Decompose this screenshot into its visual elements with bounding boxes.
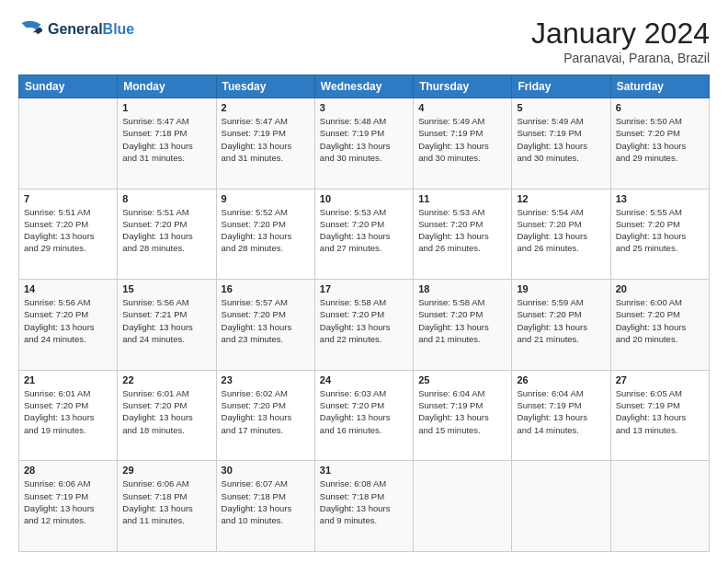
day-number: 28 — [24, 465, 112, 476]
table-row — [414, 461, 512, 552]
day-number: 29 — [122, 465, 210, 476]
week-row-5: 28Sunrise: 6:06 AM Sunset: 7:19 PM Dayli… — [19, 461, 710, 552]
day-info: Sunrise: 5:50 AM Sunset: 7:20 PM Dayligh… — [616, 115, 704, 164]
day-info: Sunrise: 5:48 AM Sunset: 7:19 PM Dayligh… — [320, 115, 408, 164]
table-row — [610, 461, 709, 552]
table-row: 26Sunrise: 6:04 AM Sunset: 7:19 PM Dayli… — [512, 370, 610, 461]
table-row: 11Sunrise: 5:53 AM Sunset: 7:20 PM Dayli… — [414, 189, 512, 280]
day-number: 25 — [418, 374, 506, 385]
day-number: 14 — [24, 283, 112, 294]
day-number: 26 — [517, 374, 605, 385]
day-number: 12 — [517, 193, 605, 204]
table-row: 25Sunrise: 6:04 AM Sunset: 7:19 PM Dayli… — [414, 370, 512, 461]
day-number: 11 — [418, 193, 506, 204]
day-info: Sunrise: 5:58 AM Sunset: 7:20 PM Dayligh… — [418, 296, 506, 345]
day-info: Sunrise: 5:57 AM Sunset: 7:20 PM Dayligh… — [222, 296, 310, 345]
day-info: Sunrise: 6:06 AM Sunset: 7:19 PM Dayligh… — [24, 477, 112, 526]
day-number: 19 — [517, 283, 605, 294]
table-row: 21Sunrise: 6:01 AM Sunset: 7:20 PM Dayli… — [19, 370, 118, 461]
day-info: Sunrise: 5:58 AM Sunset: 7:20 PM Dayligh… — [320, 296, 408, 345]
table-row: 28Sunrise: 6:06 AM Sunset: 7:19 PM Dayli… — [19, 461, 118, 552]
logo-text: GeneralBlue — [48, 21, 134, 38]
day-number: 23 — [222, 374, 310, 385]
calendar-table: SundayMondayTuesdayWednesdayThursdayFrid… — [18, 75, 710, 552]
day-info: Sunrise: 6:03 AM Sunset: 7:20 PM Dayligh… — [320, 387, 408, 436]
day-info: Sunrise: 6:01 AM Sunset: 7:20 PM Dayligh… — [24, 387, 112, 436]
table-row: 14Sunrise: 5:56 AM Sunset: 7:20 PM Dayli… — [19, 280, 118, 371]
day-number: 10 — [320, 193, 408, 204]
day-info: Sunrise: 5:47 AM Sunset: 7:18 PM Dayligh… — [122, 115, 210, 164]
table-row — [512, 461, 610, 552]
day-number: 1 — [122, 102, 210, 113]
day-info: Sunrise: 5:51 AM Sunset: 7:20 PM Dayligh… — [24, 206, 112, 255]
table-row: 9Sunrise: 5:52 AM Sunset: 7:20 PM Daylig… — [216, 189, 314, 280]
day-info: Sunrise: 6:07 AM Sunset: 7:18 PM Dayligh… — [222, 477, 310, 526]
day-number: 6 — [616, 102, 704, 113]
table-row: 3Sunrise: 5:48 AM Sunset: 7:19 PM Daylig… — [314, 98, 413, 190]
day-number: 20 — [616, 283, 704, 294]
header: GeneralBlue January 2024 Paranavai, Para… — [18, 17, 710, 65]
day-number: 31 — [320, 465, 408, 476]
table-row: 29Sunrise: 6:06 AM Sunset: 7:18 PM Dayli… — [118, 461, 216, 552]
day-number: 17 — [320, 283, 408, 294]
day-number: 2 — [222, 102, 310, 113]
day-number: 4 — [418, 102, 506, 113]
day-info: Sunrise: 5:59 AM Sunset: 7:20 PM Dayligh… — [517, 296, 605, 345]
day-info: Sunrise: 5:56 AM Sunset: 7:21 PM Dayligh… — [122, 296, 210, 345]
table-row: 18Sunrise: 5:58 AM Sunset: 7:20 PM Dayli… — [414, 280, 512, 371]
table-row: 23Sunrise: 6:02 AM Sunset: 7:20 PM Dayli… — [216, 370, 314, 461]
day-number: 30 — [222, 465, 310, 476]
table-row: 30Sunrise: 6:07 AM Sunset: 7:18 PM Dayli… — [216, 461, 314, 552]
week-row-1: 1Sunrise: 5:47 AM Sunset: 7:18 PM Daylig… — [19, 98, 710, 190]
table-row: 6Sunrise: 5:50 AM Sunset: 7:20 PM Daylig… — [610, 98, 709, 190]
day-info: Sunrise: 6:08 AM Sunset: 7:18 PM Dayligh… — [320, 477, 408, 526]
day-info: Sunrise: 6:04 AM Sunset: 7:19 PM Dayligh… — [517, 387, 605, 436]
table-row: 15Sunrise: 5:56 AM Sunset: 7:21 PM Dayli… — [118, 280, 216, 371]
main-title: January 2024 — [531, 17, 710, 51]
table-row — [19, 98, 118, 190]
calendar-body: 1Sunrise: 5:47 AM Sunset: 7:18 PM Daylig… — [19, 98, 710, 552]
table-row: 19Sunrise: 5:59 AM Sunset: 7:20 PM Dayli… — [512, 280, 610, 371]
day-info: Sunrise: 5:54 AM Sunset: 7:20 PM Dayligh… — [517, 206, 605, 255]
day-info: Sunrise: 5:51 AM Sunset: 7:20 PM Dayligh… — [122, 206, 210, 255]
day-number: 16 — [222, 283, 310, 294]
table-row: 10Sunrise: 5:53 AM Sunset: 7:20 PM Dayli… — [314, 189, 413, 280]
table-row: 31Sunrise: 6:08 AM Sunset: 7:18 PM Dayli… — [314, 461, 413, 552]
day-info: Sunrise: 6:02 AM Sunset: 7:20 PM Dayligh… — [222, 387, 310, 436]
day-info: Sunrise: 6:00 AM Sunset: 7:20 PM Dayligh… — [616, 296, 704, 345]
day-info: Sunrise: 5:55 AM Sunset: 7:20 PM Dayligh… — [616, 206, 704, 255]
table-row: 24Sunrise: 6:03 AM Sunset: 7:20 PM Dayli… — [314, 370, 413, 461]
table-row: 12Sunrise: 5:54 AM Sunset: 7:20 PM Dayli… — [512, 189, 610, 280]
table-row: 1Sunrise: 5:47 AM Sunset: 7:18 PM Daylig… — [118, 98, 216, 190]
day-number: 21 — [24, 374, 112, 385]
table-row: 13Sunrise: 5:55 AM Sunset: 7:20 PM Dayli… — [610, 189, 709, 280]
logo: GeneralBlue — [18, 17, 134, 42]
weekday-tuesday: Tuesday — [216, 75, 314, 98]
weekday-friday: Friday — [512, 75, 610, 98]
day-info: Sunrise: 5:49 AM Sunset: 7:19 PM Dayligh… — [517, 115, 605, 164]
day-number: 18 — [418, 283, 506, 294]
table-row: 16Sunrise: 5:57 AM Sunset: 7:20 PM Dayli… — [216, 280, 314, 371]
table-row: 22Sunrise: 6:01 AM Sunset: 7:20 PM Dayli… — [118, 370, 216, 461]
day-info: Sunrise: 5:49 AM Sunset: 7:19 PM Dayligh… — [418, 115, 506, 164]
day-info: Sunrise: 5:52 AM Sunset: 7:20 PM Dayligh… — [222, 206, 310, 255]
table-row: 20Sunrise: 6:00 AM Sunset: 7:20 PM Dayli… — [610, 280, 709, 371]
day-info: Sunrise: 5:47 AM Sunset: 7:19 PM Dayligh… — [222, 115, 310, 164]
day-number: 22 — [122, 374, 210, 385]
day-number: 27 — [616, 374, 704, 385]
table-row: 17Sunrise: 5:58 AM Sunset: 7:20 PM Dayli… — [314, 280, 413, 371]
table-row: 7Sunrise: 5:51 AM Sunset: 7:20 PM Daylig… — [19, 189, 118, 280]
week-row-2: 7Sunrise: 5:51 AM Sunset: 7:20 PM Daylig… — [19, 189, 710, 280]
day-info: Sunrise: 5:53 AM Sunset: 7:20 PM Dayligh… — [418, 206, 506, 255]
day-number: 3 — [320, 102, 408, 113]
day-number: 8 — [122, 193, 210, 204]
day-number: 7 — [24, 193, 112, 204]
table-row: 8Sunrise: 5:51 AM Sunset: 7:20 PM Daylig… — [118, 189, 216, 280]
table-row: 5Sunrise: 5:49 AM Sunset: 7:19 PM Daylig… — [512, 98, 610, 190]
day-number: 9 — [222, 193, 310, 204]
week-row-4: 21Sunrise: 6:01 AM Sunset: 7:20 PM Dayli… — [19, 370, 710, 461]
day-info: Sunrise: 6:06 AM Sunset: 7:18 PM Dayligh… — [122, 477, 210, 526]
subtitle: Paranavai, Parana, Brazil — [531, 51, 710, 65]
weekday-row: SundayMondayTuesdayWednesdayThursdayFrid… — [19, 75, 710, 98]
day-info: Sunrise: 5:56 AM Sunset: 7:20 PM Dayligh… — [24, 296, 112, 345]
